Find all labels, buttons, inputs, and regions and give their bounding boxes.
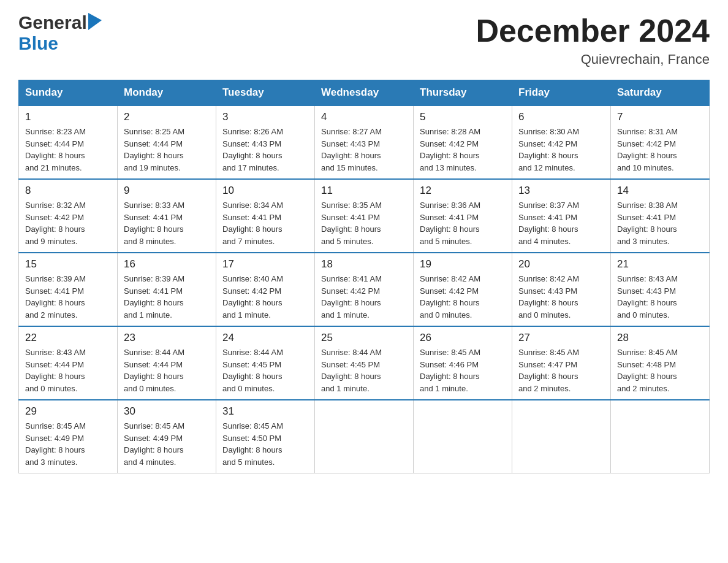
day-info: Sunrise: 8:41 AM Sunset: 4:42 PM Dayligh… xyxy=(321,273,407,321)
col-tuesday: Tuesday xyxy=(216,80,315,106)
day-number: 29 xyxy=(25,405,111,418)
day-info: Sunrise: 8:27 AM Sunset: 4:43 PM Dayligh… xyxy=(321,126,407,174)
day-number: 27 xyxy=(518,332,604,344)
day-number: 2 xyxy=(124,111,210,123)
col-monday: Monday xyxy=(118,80,216,106)
day-info: Sunrise: 8:42 AM Sunset: 4:42 PM Dayligh… xyxy=(420,273,506,321)
day-info: Sunrise: 8:32 AM Sunset: 4:42 PM Dayligh… xyxy=(25,199,111,247)
table-row: 10 Sunrise: 8:34 AM Sunset: 4:41 PM Dayl… xyxy=(216,179,315,253)
day-number: 5 xyxy=(420,111,506,123)
day-number: 23 xyxy=(124,332,210,344)
table-row: 12 Sunrise: 8:36 AM Sunset: 4:41 PM Dayl… xyxy=(414,179,512,253)
calendar-table: Sunday Monday Tuesday Wednesday Thursday… xyxy=(18,80,710,473)
day-info: Sunrise: 8:45 AM Sunset: 4:47 PM Dayligh… xyxy=(518,347,604,394)
col-sunday: Sunday xyxy=(19,80,118,106)
day-number: 25 xyxy=(321,332,407,344)
day-info: Sunrise: 8:45 AM Sunset: 4:46 PM Dayligh… xyxy=(420,347,506,394)
table-row: 24 Sunrise: 8:44 AM Sunset: 4:45 PM Dayl… xyxy=(216,326,315,400)
table-row: 3 Sunrise: 8:26 AM Sunset: 4:43 PM Dayli… xyxy=(216,105,315,179)
day-number: 9 xyxy=(124,185,210,197)
title-block: December 2024 Quievrechain, France xyxy=(476,12,710,67)
table-row: 19 Sunrise: 8:42 AM Sunset: 4:42 PM Dayl… xyxy=(414,253,512,326)
table-row: 30 Sunrise: 8:45 AM Sunset: 4:49 PM Dayl… xyxy=(118,400,216,473)
table-row: 28 Sunrise: 8:45 AM Sunset: 4:48 PM Dayl… xyxy=(611,326,710,400)
day-number: 26 xyxy=(420,332,506,344)
logo-blue-text: Blue xyxy=(18,33,58,53)
day-number: 8 xyxy=(25,185,111,197)
table-row: 25 Sunrise: 8:44 AM Sunset: 4:45 PM Dayl… xyxy=(315,326,414,400)
day-number: 15 xyxy=(25,258,111,270)
table-row: 15 Sunrise: 8:39 AM Sunset: 4:41 PM Dayl… xyxy=(19,253,118,326)
table-row: 16 Sunrise: 8:39 AM Sunset: 4:41 PM Dayl… xyxy=(118,253,216,326)
day-info: Sunrise: 8:44 AM Sunset: 4:45 PM Dayligh… xyxy=(222,347,308,394)
day-info: Sunrise: 8:45 AM Sunset: 4:50 PM Dayligh… xyxy=(222,420,308,468)
col-saturday: Saturday xyxy=(611,80,710,106)
table-row xyxy=(414,400,512,473)
day-number: 28 xyxy=(617,332,703,344)
day-number: 17 xyxy=(222,258,308,270)
day-number: 31 xyxy=(222,405,308,418)
day-info: Sunrise: 8:37 AM Sunset: 4:41 PM Dayligh… xyxy=(518,199,604,247)
day-info: Sunrise: 8:44 AM Sunset: 4:45 PM Dayligh… xyxy=(321,347,407,394)
day-info: Sunrise: 8:25 AM Sunset: 4:44 PM Dayligh… xyxy=(124,126,210,174)
calendar-header-row: Sunday Monday Tuesday Wednesday Thursday… xyxy=(19,80,710,106)
day-number: 24 xyxy=(222,332,308,344)
table-row: 1 Sunrise: 8:23 AM Sunset: 4:44 PM Dayli… xyxy=(19,105,118,179)
calendar-week-row: 1 Sunrise: 8:23 AM Sunset: 4:44 PM Dayli… xyxy=(19,105,710,179)
day-info: Sunrise: 8:31 AM Sunset: 4:42 PM Dayligh… xyxy=(617,126,703,174)
table-row: 22 Sunrise: 8:43 AM Sunset: 4:44 PM Dayl… xyxy=(19,326,118,400)
table-row: 13 Sunrise: 8:37 AM Sunset: 4:41 PM Dayl… xyxy=(512,179,611,253)
day-number: 11 xyxy=(321,185,407,197)
table-row xyxy=(512,400,611,473)
day-number: 1 xyxy=(25,111,111,123)
table-row: 18 Sunrise: 8:41 AM Sunset: 4:42 PM Dayl… xyxy=(315,253,414,326)
table-row: 9 Sunrise: 8:33 AM Sunset: 4:41 PM Dayli… xyxy=(118,179,216,253)
table-row: 7 Sunrise: 8:31 AM Sunset: 4:42 PM Dayli… xyxy=(611,105,710,179)
day-info: Sunrise: 8:26 AM Sunset: 4:43 PM Dayligh… xyxy=(222,126,308,174)
day-info: Sunrise: 8:44 AM Sunset: 4:44 PM Dayligh… xyxy=(124,347,210,394)
day-info: Sunrise: 8:30 AM Sunset: 4:42 PM Dayligh… xyxy=(518,126,604,174)
table-row xyxy=(315,400,414,473)
day-info: Sunrise: 8:40 AM Sunset: 4:42 PM Dayligh… xyxy=(222,273,308,321)
day-number: 21 xyxy=(617,258,703,270)
day-number: 12 xyxy=(420,185,506,197)
day-info: Sunrise: 8:45 AM Sunset: 4:49 PM Dayligh… xyxy=(124,420,210,468)
col-wednesday: Wednesday xyxy=(315,80,414,106)
svg-marker-0 xyxy=(88,13,102,30)
table-row: 20 Sunrise: 8:42 AM Sunset: 4:43 PM Dayl… xyxy=(512,253,611,326)
day-number: 14 xyxy=(617,185,703,197)
day-number: 10 xyxy=(222,185,308,197)
day-info: Sunrise: 8:35 AM Sunset: 4:41 PM Dayligh… xyxy=(321,199,407,247)
table-row: 2 Sunrise: 8:25 AM Sunset: 4:44 PM Dayli… xyxy=(118,105,216,179)
col-friday: Friday xyxy=(512,80,611,106)
table-row: 5 Sunrise: 8:28 AM Sunset: 4:42 PM Dayli… xyxy=(414,105,512,179)
day-number: 7 xyxy=(617,111,703,123)
calendar-week-row: 15 Sunrise: 8:39 AM Sunset: 4:41 PM Dayl… xyxy=(19,253,710,326)
day-info: Sunrise: 8:42 AM Sunset: 4:43 PM Dayligh… xyxy=(518,273,604,321)
table-row xyxy=(611,400,710,473)
table-row: 26 Sunrise: 8:45 AM Sunset: 4:46 PM Dayl… xyxy=(414,326,512,400)
table-row: 11 Sunrise: 8:35 AM Sunset: 4:41 PM Dayl… xyxy=(315,179,414,253)
day-info: Sunrise: 8:34 AM Sunset: 4:41 PM Dayligh… xyxy=(222,199,308,247)
day-info: Sunrise: 8:23 AM Sunset: 4:44 PM Dayligh… xyxy=(25,126,111,174)
month-year-title: December 2024 xyxy=(476,12,710,49)
page-header: General Blue December 2024 Quievrechain,… xyxy=(18,12,710,67)
location-text: Quievrechain, France xyxy=(476,52,710,67)
calendar-week-row: 29 Sunrise: 8:45 AM Sunset: 4:49 PM Dayl… xyxy=(19,400,710,473)
col-thursday: Thursday xyxy=(414,80,512,106)
day-info: Sunrise: 8:36 AM Sunset: 4:41 PM Dayligh… xyxy=(420,199,506,247)
table-row: 23 Sunrise: 8:44 AM Sunset: 4:44 PM Dayl… xyxy=(118,326,216,400)
day-info: Sunrise: 8:45 AM Sunset: 4:49 PM Dayligh… xyxy=(25,420,111,468)
day-info: Sunrise: 8:45 AM Sunset: 4:48 PM Dayligh… xyxy=(617,347,703,394)
table-row: 27 Sunrise: 8:45 AM Sunset: 4:47 PM Dayl… xyxy=(512,326,611,400)
calendar-week-row: 8 Sunrise: 8:32 AM Sunset: 4:42 PM Dayli… xyxy=(19,179,710,253)
day-number: 22 xyxy=(25,332,111,344)
day-info: Sunrise: 8:39 AM Sunset: 4:41 PM Dayligh… xyxy=(25,273,111,321)
logo-arrow-icon xyxy=(88,13,102,30)
day-info: Sunrise: 8:38 AM Sunset: 4:41 PM Dayligh… xyxy=(617,199,703,247)
day-info: Sunrise: 8:39 AM Sunset: 4:41 PM Dayligh… xyxy=(124,273,210,321)
day-number: 19 xyxy=(420,258,506,270)
day-number: 4 xyxy=(321,111,407,123)
logo: General Blue xyxy=(18,12,102,54)
day-number: 3 xyxy=(222,111,308,123)
